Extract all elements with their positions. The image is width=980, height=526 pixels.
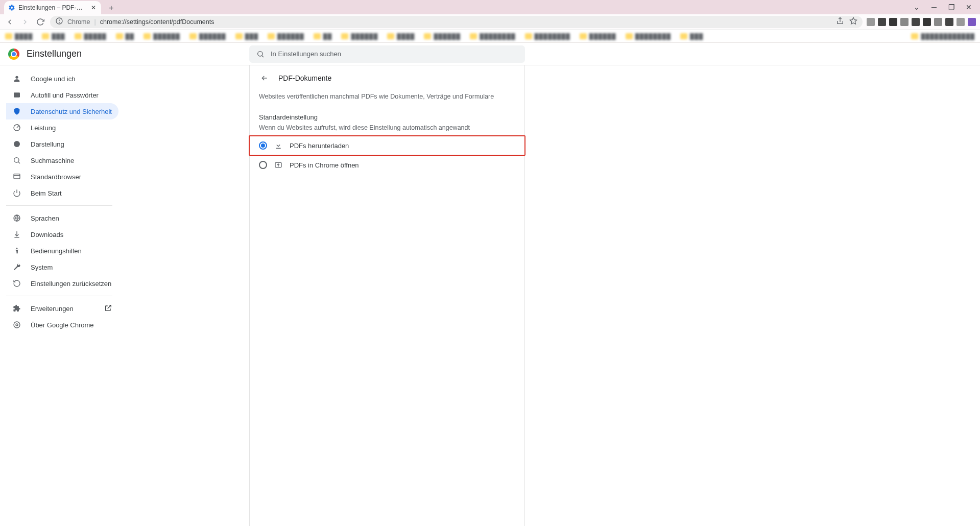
sidebar-item-on-startup[interactable]: Beim Start — [6, 185, 118, 201]
sidebar-item-accessibility[interactable]: Bedienungshilfen — [6, 243, 118, 259]
bookmark-item[interactable]: ██████ — [341, 33, 378, 39]
reload-button[interactable] — [35, 16, 46, 28]
sidebar-item-google[interactable]: Google und ich — [6, 70, 118, 87]
radio-icon[interactable] — [259, 161, 267, 169]
search-placeholder: In Einstellungen suchen — [271, 50, 341, 58]
close-window-icon[interactable]: ✕ — [965, 3, 973, 11]
chevron-down-icon[interactable]: ⌄ — [913, 3, 921, 11]
sidebar-item-reset[interactable]: Einstellungen zurücksetzen — [6, 275, 118, 292]
maximize-icon[interactable]: ❐ — [947, 3, 955, 11]
search-input[interactable]: In Einstellungen suchen — [249, 45, 525, 63]
search-icon — [256, 50, 265, 58]
back-arrow-button[interactable] — [259, 73, 270, 84]
bookmark-item[interactable]: ███ — [42, 33, 65, 39]
svg-rect-9 — [14, 174, 20, 179]
sidebar-item-label: Google und ich — [31, 75, 75, 83]
extension-icon[interactable] — [878, 18, 886, 26]
bookmark-item[interactable]: █████ — [75, 33, 107, 39]
radio-icon[interactable] — [259, 141, 267, 150]
bookmark-item[interactable]: ████████ — [626, 33, 671, 39]
svg-rect-5 — [14, 92, 20, 97]
globe-icon — [12, 214, 21, 222]
bookmark-item[interactable]: ██████ — [189, 33, 226, 39]
bookmark-item[interactable]: ████ — [387, 33, 415, 39]
bookmark-item[interactable]: ████████ — [525, 33, 570, 39]
svg-point-8 — [14, 158, 19, 162]
bookmark-item[interactable]: ███ — [680, 33, 703, 39]
sidebar-item-appearance[interactable]: Darstellung — [6, 136, 118, 152]
extension-icon[interactable] — [934, 18, 942, 26]
bookmark-item[interactable]: ██ — [116, 33, 135, 39]
address-bar[interactable]: Chrome | chrome://settings/content/pdfDo… — [50, 16, 863, 28]
chrome-icon — [12, 321, 21, 329]
back-button[interactable] — [4, 16, 15, 28]
sidebar-item-privacy[interactable]: Datenschutz und Sicherheit — [6, 103, 118, 119]
extension-icons — [867, 18, 976, 26]
browser-tab[interactable]: Einstellungen – PDF-Dokume ✕ — [4, 1, 101, 14]
bookmark-item[interactable]: ████████████ — [911, 33, 975, 39]
extension-icon[interactable] — [923, 18, 931, 26]
wrench-icon — [12, 263, 21, 271]
url-text: chrome://settings/content/pdfDocuments — [100, 18, 214, 26]
option-open-in-chrome[interactable]: PDFs in Chrome öffnen — [250, 156, 524, 174]
sidebar-item-extensions[interactable]: Erweiterungen — [6, 300, 118, 317]
svg-point-12 — [14, 322, 20, 328]
external-link-icon — [104, 304, 112, 314]
bookmark-star-icon[interactable] — [849, 17, 857, 27]
sidebar-item-languages[interactable]: Sprachen — [6, 210, 118, 226]
open-in-browser-icon — [274, 161, 282, 169]
sidebar-item-label: Datenschutz und Sicherheit — [31, 108, 112, 115]
chrome-logo-icon — [8, 49, 19, 60]
bookmark-item[interactable]: ██████ — [424, 33, 461, 39]
sidebar-item-performance[interactable]: Leistung — [6, 119, 118, 136]
settings-panel: PDF-Dokumente Websites veröffentlichen m… — [249, 65, 525, 526]
extension-icon[interactable] — [900, 18, 909, 26]
sidebar-item-search-engine[interactable]: Suchmaschine — [6, 152, 118, 169]
sidebar-item-label: Autofill und Passwörter — [31, 91, 99, 99]
svg-point-3 — [258, 51, 262, 56]
sidebar-item-downloads[interactable]: Downloads — [6, 226, 118, 243]
sidebar-item-label: Darstellung — [31, 140, 64, 148]
new-tab-button[interactable]: + — [105, 2, 117, 14]
power-icon — [12, 189, 21, 197]
sidebar-item-label: Sprachen — [31, 214, 59, 222]
forward-button[interactable] — [19, 16, 31, 28]
bookmark-item[interactable]: ██ — [314, 33, 332, 39]
svg-point-7 — [14, 141, 20, 147]
sidebar-item-label: Leistung — [31, 124, 56, 132]
bookmark-item[interactable]: ███ — [235, 33, 258, 39]
extension-icon[interactable] — [889, 18, 897, 26]
tab-title: Einstellungen – PDF-Dokume — [18, 4, 87, 11]
close-icon[interactable]: ✕ — [90, 4, 97, 11]
profile-avatar[interactable] — [968, 18, 976, 26]
puzzle-icon — [12, 304, 21, 313]
section-title: Standardeinstellung — [250, 109, 524, 122]
option-download-pdfs[interactable]: PDFs herunterladen — [249, 135, 525, 156]
extension-icon[interactable] — [867, 18, 875, 26]
sidebar-item-default-browser[interactable]: Standardbrowser — [6, 169, 118, 185]
sidebar-item-autofill[interactable]: Autofill und Passwörter — [6, 87, 118, 103]
divider — [6, 205, 112, 206]
svg-point-11 — [16, 248, 18, 249]
extension-icon[interactable] — [957, 18, 965, 26]
option-label: PDFs herunterladen — [290, 142, 349, 150]
search-icon — [12, 156, 21, 164]
bookmark-item[interactable]: ██████ — [268, 33, 304, 39]
bookmark-item[interactable]: ██████ — [144, 33, 180, 39]
bookmark-item[interactable]: ████████ — [470, 33, 515, 39]
autofill-icon — [12, 91, 21, 99]
section-subtitle: Wenn du Websites aufrufst, wird diese Ei… — [250, 122, 524, 135]
accessibility-icon — [12, 247, 21, 255]
extension-icon[interactable] — [945, 18, 953, 26]
share-icon[interactable] — [836, 17, 844, 27]
site-info-icon[interactable] — [55, 17, 63, 27]
minimize-icon[interactable]: ─ — [930, 3, 938, 11]
bookmark-item[interactable]: ████ — [5, 33, 33, 39]
extension-icon[interactable] — [912, 18, 920, 26]
svg-marker-2 — [850, 17, 856, 24]
sidebar-item-about[interactable]: Über Google Chrome — [6, 317, 118, 333]
download-icon — [12, 230, 21, 238]
bookmark-item[interactable]: ██████ — [580, 33, 616, 39]
sidebar-item-system[interactable]: System — [6, 259, 118, 275]
svg-point-4 — [15, 76, 18, 79]
